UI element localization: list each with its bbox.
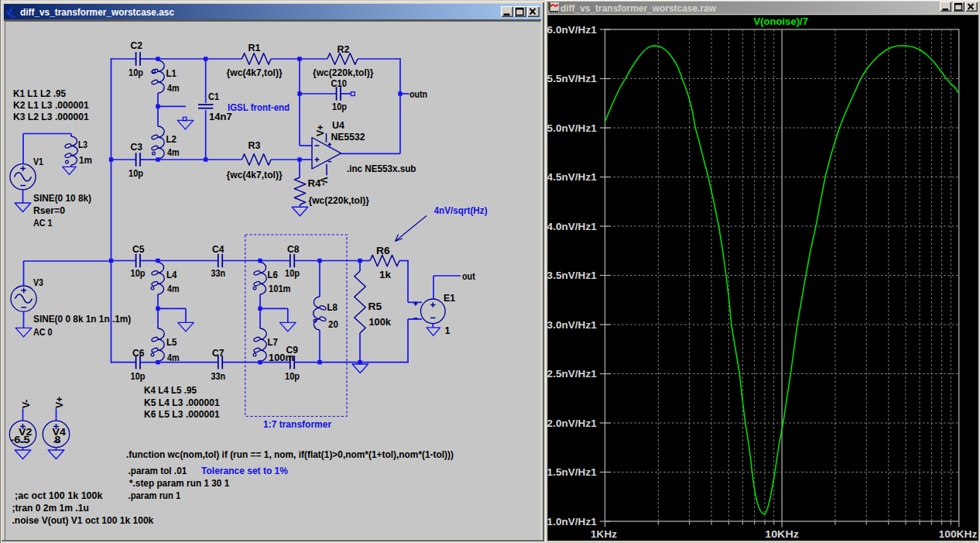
svg-text:C8: C8 bbox=[287, 243, 300, 255]
svg-text:4.5nV/Hz1: 4.5nV/Hz1 bbox=[547, 171, 597, 183]
svg-text:;ac oct 100 1k 100k: ;ac oct 100 1k 100k bbox=[15, 490, 103, 501]
svg-text:10p: 10p bbox=[131, 267, 146, 279]
svg-text:*.step param run 1 30 1: *.step param run 1 30 1 bbox=[129, 477, 229, 489]
svg-text:.function wc(nom,tol) if (run: .function wc(nom,tol) if (run == 1, nom,… bbox=[126, 448, 454, 460]
svg-text:L3: L3 bbox=[78, 139, 87, 150]
svg-text:AC 0: AC 0 bbox=[33, 326, 53, 338]
svg-text:R2: R2 bbox=[338, 43, 350, 55]
svg-text:K1 L1 L2 .95: K1 L1 L2 .95 bbox=[13, 88, 66, 99]
svg-text:Tolerance set to 1%: Tolerance set to 1% bbox=[201, 465, 288, 476]
svg-text:1.0nV/Hz1: 1.0nV/Hz1 bbox=[547, 516, 597, 528]
svg-text:1KHz: 1KHz bbox=[591, 528, 617, 540]
svg-text:100k: 100k bbox=[369, 316, 392, 328]
svg-text:diff_vs_transformer_worstcase.: diff_vs_transformer_worstcase.raw bbox=[560, 2, 717, 14]
svg-text:C4: C4 bbox=[212, 243, 224, 255]
svg-text:V+: V+ bbox=[54, 397, 65, 408]
svg-text:-6.5: -6.5 bbox=[11, 434, 30, 445]
svg-text:out: out bbox=[462, 270, 475, 282]
svg-text:C10: C10 bbox=[331, 77, 347, 89]
svg-text:C1: C1 bbox=[208, 91, 219, 102]
svg-text:5.0nV/Hz1: 5.0nV/Hz1 bbox=[547, 122, 597, 134]
svg-text:IGSL front-end: IGSL front-end bbox=[228, 101, 290, 113]
svg-text:R3: R3 bbox=[248, 139, 261, 151]
svg-text:C9: C9 bbox=[286, 344, 299, 356]
svg-text:R5: R5 bbox=[368, 301, 382, 312]
svg-text:L8: L8 bbox=[327, 301, 338, 313]
svg-text:L1: L1 bbox=[166, 67, 177, 79]
svg-text:outn: outn bbox=[409, 88, 427, 100]
svg-text:K2 L1 L3 .000001: K2 L1 L3 .000001 bbox=[13, 99, 89, 111]
svg-text:R1: R1 bbox=[248, 42, 261, 53]
svg-text:3.0nV/Hz1: 3.0nV/Hz1 bbox=[547, 319, 597, 331]
svg-text:10p: 10p bbox=[128, 167, 143, 179]
svg-text:K6 L5 L3 .000001: K6 L5 L3 .000001 bbox=[144, 408, 220, 420]
svg-text:1k: 1k bbox=[379, 269, 392, 280]
svg-text:33n: 33n bbox=[211, 370, 226, 382]
svg-text:SINE(0 10 8k): SINE(0 10 8k) bbox=[33, 192, 91, 204]
svg-text:1m: 1m bbox=[79, 154, 92, 166]
svg-text:U4: U4 bbox=[332, 119, 345, 131]
svg-text:2.0nV/Hz1: 2.0nV/Hz1 bbox=[547, 418, 597, 429]
svg-text:K3 L2 L3 .000001: K3 L2 L3 .000001 bbox=[13, 111, 89, 122]
svg-text:{wc(4k7,tol)}: {wc(4k7,tol)} bbox=[227, 67, 283, 78]
svg-text:8: 8 bbox=[55, 434, 61, 445]
svg-text:10p: 10p bbox=[128, 67, 143, 78]
svg-text:10p: 10p bbox=[131, 370, 146, 382]
svg-text:V+: V+ bbox=[315, 125, 326, 136]
svg-text:SINE(0 0 8k 1n 1n .1m): SINE(0 0 8k 1n 1n .1m) bbox=[33, 313, 131, 325]
svg-text:V-: V- bbox=[21, 400, 32, 408]
svg-text:6.0nV/Hz1: 6.0nV/Hz1 bbox=[547, 24, 597, 36]
svg-text:E1: E1 bbox=[444, 292, 455, 304]
svg-text:Rser=0: Rser=0 bbox=[33, 204, 65, 216]
svg-text:.param tol .01: .param tol .01 bbox=[128, 465, 187, 476]
svg-text:2.5nV/Hz1: 2.5nV/Hz1 bbox=[547, 368, 597, 380]
svg-text:;tran 0 2m 1m .1u: ;tran 0 2m 1m .1u bbox=[12, 502, 89, 514]
svg-text:33n: 33n bbox=[211, 267, 226, 279]
svg-text:C5: C5 bbox=[132, 243, 145, 255]
svg-text:R6: R6 bbox=[376, 245, 390, 256]
svg-text:4m: 4m bbox=[167, 283, 180, 294]
svg-text:C3: C3 bbox=[131, 141, 143, 153]
svg-text:C2: C2 bbox=[131, 40, 143, 51]
svg-text:3.5nV/Hz1: 3.5nV/Hz1 bbox=[547, 270, 597, 281]
svg-text:K4 L4 L5 .95: K4 L4 L5 .95 bbox=[144, 384, 197, 396]
svg-text:4.0nV/Hz1: 4.0nV/Hz1 bbox=[547, 221, 597, 232]
svg-text:5.5nV/Hz1: 5.5nV/Hz1 bbox=[547, 73, 597, 84]
svg-text:1:7 transformer: 1:7 transformer bbox=[263, 418, 331, 430]
svg-text:10p: 10p bbox=[285, 267, 300, 279]
svg-text:V1: V1 bbox=[33, 156, 43, 167]
svg-text:10KHz: 10KHz bbox=[765, 528, 799, 540]
svg-text:.noise V(out) V1 oct 100 1k 10: .noise V(out) V1 oct 100 1k 100k bbox=[12, 514, 155, 526]
svg-text:101m: 101m bbox=[269, 283, 291, 294]
svg-text:AC 1: AC 1 bbox=[33, 217, 53, 229]
svg-text:V(onoise)/7: V(onoise)/7 bbox=[753, 15, 808, 27]
svg-text:R4: R4 bbox=[308, 177, 322, 189]
svg-text:L5: L5 bbox=[166, 336, 177, 348]
svg-text:{wc(4k7,tol)}: {wc(4k7,tol)} bbox=[227, 169, 283, 180]
svg-text:L2: L2 bbox=[166, 133, 177, 145]
svg-text:C7: C7 bbox=[212, 347, 224, 359]
svg-text:20: 20 bbox=[328, 318, 338, 330]
svg-text:4m: 4m bbox=[167, 146, 180, 158]
svg-text:.param run 1: .param run 1 bbox=[128, 490, 181, 501]
svg-text:4m: 4m bbox=[167, 352, 180, 363]
svg-text:L6: L6 bbox=[268, 269, 279, 280]
svg-text:{wc(220k,tol)}: {wc(220k,tol)} bbox=[309, 194, 370, 206]
svg-text:L4: L4 bbox=[166, 269, 177, 280]
svg-text:1: 1 bbox=[445, 325, 451, 336]
svg-text:10p: 10p bbox=[332, 101, 347, 112]
svg-text:.inc NE553x.sub: .inc NE553x.sub bbox=[347, 163, 416, 174]
svg-text:L7: L7 bbox=[268, 336, 279, 348]
svg-text:100KHz: 100KHz bbox=[939, 528, 978, 540]
svg-text:1.5nV/Hz1: 1.5nV/Hz1 bbox=[547, 466, 597, 478]
svg-text:4nV/sqrt(Hz): 4nV/sqrt(Hz) bbox=[434, 204, 488, 216]
svg-text:V3: V3 bbox=[33, 277, 43, 288]
svg-text:4m: 4m bbox=[167, 82, 180, 94]
svg-text:NE5532: NE5532 bbox=[331, 131, 365, 143]
svg-text:10p: 10p bbox=[285, 370, 300, 382]
svg-text:diff_vs_transformer_worstcase.: diff_vs_transformer_worstcase.asc bbox=[20, 6, 174, 18]
svg-text:C6: C6 bbox=[132, 347, 145, 359]
svg-text:K5 L4 L3 .000001: K5 L4 L3 .000001 bbox=[144, 397, 220, 408]
